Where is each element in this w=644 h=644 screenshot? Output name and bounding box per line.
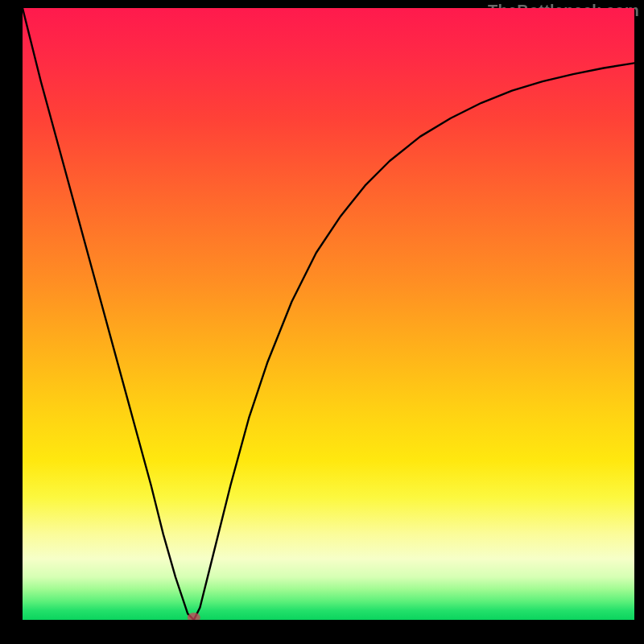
curve-svg — [23, 8, 634, 620]
chart-stage: TheBottleneck.com — [0, 0, 644, 644]
bottleneck-curve — [23, 8, 634, 620]
minimum-marker — [188, 613, 200, 620]
plot-area — [23, 8, 634, 620]
